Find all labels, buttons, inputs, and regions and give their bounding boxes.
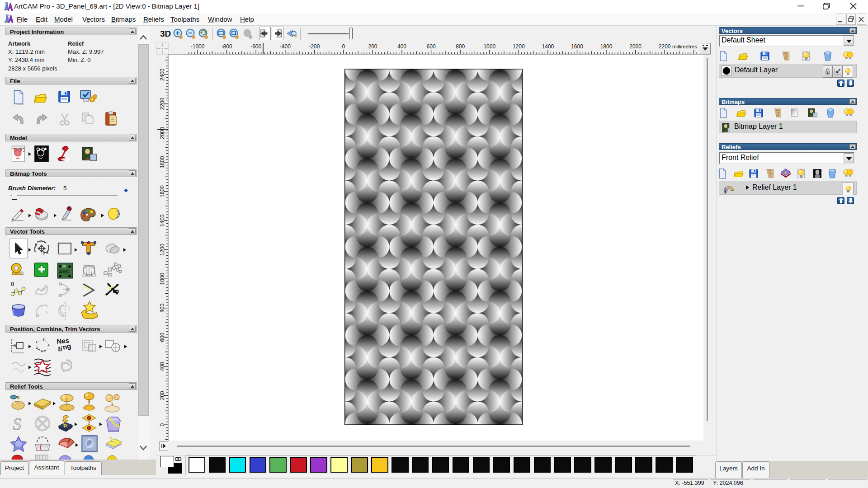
svg-text:millimetres: millimetres bbox=[672, 44, 697, 49]
svg-text:1000: 1000 bbox=[483, 43, 495, 50]
svg-text:2400: 2400 bbox=[159, 69, 165, 81]
svg-text:1000: 1000 bbox=[159, 273, 165, 285]
svg-text:1400: 1400 bbox=[159, 214, 165, 226]
svg-text:r: r bbox=[36, 340, 38, 344]
svg-text:1800: 1800 bbox=[159, 156, 165, 168]
svg-text:800: 800 bbox=[159, 303, 165, 312]
svg-text:1800: 1800 bbox=[600, 43, 613, 50]
svg-text:1600: 1600 bbox=[159, 185, 165, 197]
svg-text:x: x bbox=[44, 349, 47, 352]
svg-text:0: 0 bbox=[342, 43, 345, 50]
svg-text:ng: ng bbox=[62, 342, 71, 351]
svg-text:-800: -800 bbox=[222, 43, 232, 50]
svg-text:2000: 2000 bbox=[629, 43, 642, 50]
svg-text:e: e bbox=[47, 343, 51, 347]
svg-text:200: 200 bbox=[159, 391, 165, 400]
svg-text:-400: -400 bbox=[280, 43, 291, 50]
svg-text:-1000: -1000 bbox=[191, 43, 205, 50]
svg-text:1200: 1200 bbox=[159, 244, 165, 256]
svg-text:600: 600 bbox=[159, 333, 165, 342]
svg-text:0: 0 bbox=[159, 423, 165, 426]
svg-text:C: C bbox=[40, 349, 44, 352]
svg-text:2000: 2000 bbox=[159, 127, 165, 139]
svg-text:200: 200 bbox=[368, 43, 377, 50]
svg-text:2200: 2200 bbox=[159, 98, 165, 110]
svg-text:ti: ti bbox=[58, 345, 62, 353]
svg-text:1200: 1200 bbox=[513, 43, 525, 50]
svg-text:-200: -200 bbox=[309, 43, 320, 50]
svg-text:S: S bbox=[13, 414, 21, 433]
svg-text:1600: 1600 bbox=[571, 43, 583, 50]
svg-text:T: T bbox=[42, 338, 46, 342]
svg-text:ABC: ABC bbox=[59, 269, 70, 274]
svg-text:400: 400 bbox=[397, 43, 406, 50]
svg-text:600: 600 bbox=[427, 43, 436, 50]
svg-text:-600: -600 bbox=[250, 43, 261, 50]
svg-text:400: 400 bbox=[159, 362, 165, 371]
svg-text:800: 800 bbox=[456, 43, 465, 50]
svg-text:2200: 2200 bbox=[659, 43, 671, 50]
svg-text:1400: 1400 bbox=[542, 43, 554, 50]
